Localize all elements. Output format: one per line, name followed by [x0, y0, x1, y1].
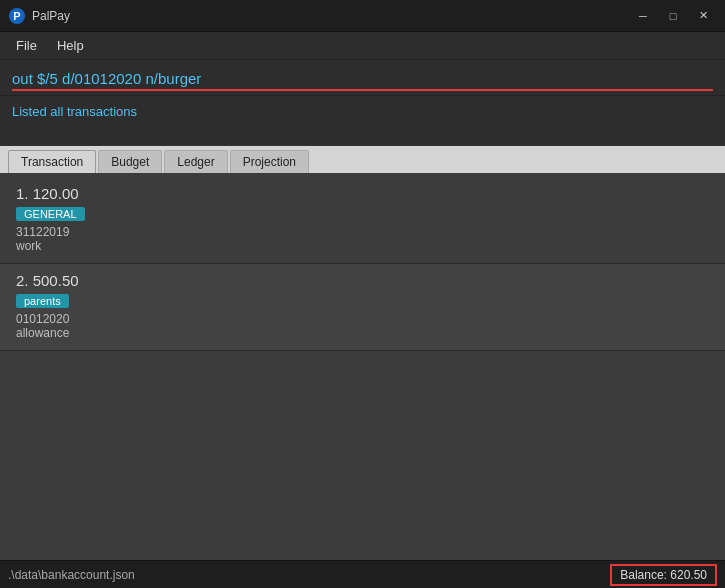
transaction-index-2: 2. [16, 272, 33, 289]
transaction-name-1: work [16, 239, 709, 253]
transaction-tag-1: GENERAL [16, 207, 85, 221]
transaction-amount-2: 2. 500.50 [16, 272, 709, 289]
transaction-list: 1. 120.00 GENERAL 31122019 work 2. 500.5… [0, 173, 725, 560]
table-row: 2. 500.50 parents 01012020 allowance [0, 264, 725, 351]
tab-projection[interactable]: Projection [230, 150, 309, 173]
close-button[interactable]: ✕ [689, 5, 717, 27]
transaction-amount-1: 1. 120.00 [16, 185, 709, 202]
output-text: Listed all transactions [12, 104, 137, 119]
transaction-date-2: 01012020 [16, 312, 709, 326]
app-title: PalPay [32, 9, 70, 23]
output-area: Listed all transactions [0, 96, 725, 146]
tab-transaction[interactable]: Transaction [8, 150, 96, 173]
command-input[interactable] [12, 68, 713, 91]
svg-text:P: P [13, 10, 20, 22]
title-bar: P PalPay ─ □ ✕ [0, 0, 725, 32]
menu-help[interactable]: Help [49, 36, 92, 55]
tab-ledger[interactable]: Ledger [164, 150, 227, 173]
status-balance: Balance: 620.50 [610, 564, 717, 586]
main-content: Listed all transactions Transaction Budg… [0, 60, 725, 560]
app-icon: P [8, 7, 26, 25]
minimize-button[interactable]: ─ [629, 5, 657, 27]
menu-bar: File Help [0, 32, 725, 60]
command-area [0, 60, 725, 96]
table-row: 1. 120.00 GENERAL 31122019 work [0, 177, 725, 264]
title-bar-left: P PalPay [8, 7, 70, 25]
transaction-name-2: allowance [16, 326, 709, 340]
tab-budget[interactable]: Budget [98, 150, 162, 173]
tabs-container: Transaction Budget Ledger Projection [0, 146, 725, 173]
maximize-button[interactable]: □ [659, 5, 687, 27]
status-bar: .\data\bankaccount.json Balance: 620.50 [0, 560, 725, 588]
transaction-index-1: 1. [16, 185, 33, 202]
transaction-date-1: 31122019 [16, 225, 709, 239]
window-controls: ─ □ ✕ [629, 5, 717, 27]
menu-file[interactable]: File [8, 36, 45, 55]
status-file: .\data\bankaccount.json [8, 568, 135, 582]
transaction-tag-2: parents [16, 294, 69, 308]
